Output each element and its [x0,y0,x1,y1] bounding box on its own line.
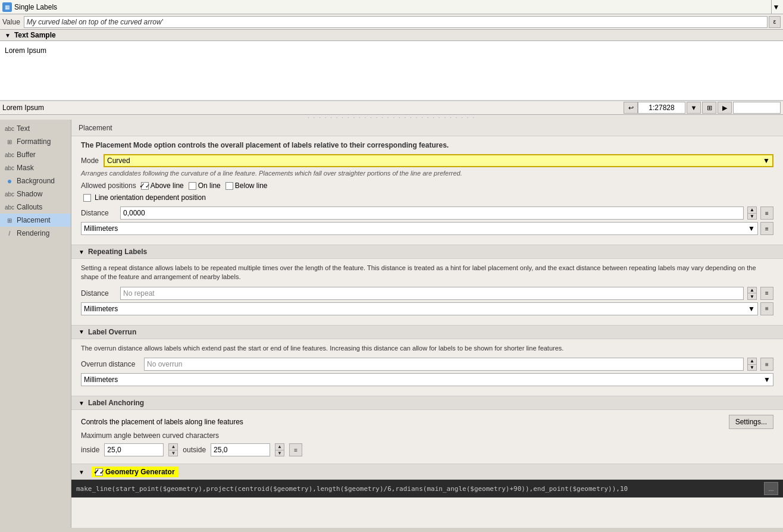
scale-dropdown-btn[interactable]: ▼ [687,102,701,114]
sidebar-item-mask[interactable]: abc Mask [0,161,71,174]
repeat-distance-expr-button[interactable]: ≡ [760,287,773,300]
outside-spin-down[interactable]: ▼ [275,450,284,456]
zoom-input[interactable] [733,102,781,114]
mode-dropdown-icon: ▼ [763,157,770,165]
outside-angle-spinner[interactable]: ▲ ▼ [275,443,284,456]
geometry-generator-edit-button[interactable]: ... [764,482,778,495]
repeat-distance-row: Distance ▲ ▼ ≡ [81,287,773,300]
mode-value: Curved [107,157,130,165]
placement-body: The Placement Mode option controls the o… [71,136,783,245]
below-line-checkbox[interactable] [225,182,233,190]
sidebar-item-background[interactable]: ● Background [0,174,71,187]
sidebar-label-rendering: Rendering [17,229,49,237]
inside-angle-spinner[interactable]: ▲ ▼ [168,443,178,456]
epsilon-button[interactable]: ε [769,16,781,28]
sidebar-item-rendering[interactable]: / Rendering [0,227,71,240]
sidebar-item-shadow[interactable]: abc Shadow [0,187,71,201]
distance-input[interactable] [120,206,744,220]
on-line-checkbox[interactable] [189,182,196,190]
sidebar-label-mask: Mask [17,164,34,172]
text-sample-area: Lorem Ipsum [0,41,783,101]
geometry-generator-label[interactable]: ✓ Geometry Generator [92,467,178,477]
formatting-icon: ⊞ [5,137,14,146]
inside-spin-up[interactable]: ▲ [169,444,177,450]
distance-expr-button[interactable]: ≡ [760,206,773,220]
below-line-checkbox-item[interactable]: Below line [225,181,268,190]
label-overrun-section-header[interactable]: ▼ Label Overrun [71,325,783,339]
rendering-icon: / [5,229,14,238]
sidebar-item-formatting[interactable]: ⊞ Formatting [0,135,71,148]
overrun-unit-value: Millimeters [84,375,118,384]
distance-unit-expr-button[interactable]: ≡ [760,222,773,235]
text-sample-section-header: ▼ Text Sample [0,30,783,41]
outside-spin-up[interactable]: ▲ [275,444,284,450]
repeating-labels-description: Setting a repeat distance allows labels … [81,264,773,282]
below-line-label: Below line [235,181,268,190]
repeat-distance-input[interactable] [120,287,744,300]
single-labels-icon: ▦ [2,2,12,12]
distance-row: Distance ▲ ▼ ≡ [81,206,773,220]
overrun-expr-button[interactable]: ≡ [760,358,773,371]
spin-up-icon[interactable]: ▲ [748,207,756,214]
geom-collapse-arrow[interactable]: ▼ [79,469,84,475]
overrun-spinner[interactable]: ▲ ▼ [747,358,757,371]
inside-angle-input[interactable] [104,443,164,456]
value-input[interactable] [24,16,768,28]
mode-select[interactable]: Curved ▼ [104,154,773,167]
above-line-label: Above line [151,181,184,190]
outside-angle-input[interactable] [211,443,270,456]
label-anchoring-section-header[interactable]: ▼ Label Anchoring [71,396,783,410]
repeating-labels-body: Setting a repeat distance allows labels … [71,259,783,325]
repeat-unit-icon: ▼ [748,305,755,313]
distance-unit-select[interactable]: Millimeters ▼ [81,222,758,235]
above-line-checkbox-item[interactable]: ✓ Above line [141,181,184,190]
nav-button[interactable]: ▶ [718,102,732,114]
top-bar-dropdown-arrow[interactable]: ▼ [771,0,781,14]
content-area: Placement The Placement Mode option cont… [71,120,783,528]
settings-button[interactable]: ⊞ [702,102,716,114]
inside-spin-down[interactable]: ▼ [169,450,177,456]
repeat-distance-spinner[interactable]: ▲ ▼ [747,287,757,300]
geometry-generator-title: Geometry Generator [105,468,175,476]
anchoring-settings-button[interactable]: Settings... [729,415,773,429]
sidebar: abc Text ⊞ Formatting abc Buffer abc Mas… [0,120,71,528]
sidebar-label-placement: Placement [17,216,51,224]
repeat-spin-up[interactable]: ▲ [748,287,756,294]
spin-down-icon[interactable]: ▼ [748,214,756,220]
angle-header-label: Maximum angle between curved characters [81,431,773,440]
distance-spinner[interactable]: ▲ ▼ [747,206,757,220]
buffer-icon: abc [5,150,14,159]
repeat-unit-select[interactable]: Millimeters ▼ [81,302,758,315]
repeat-unit-row: Millimeters ▼ ≡ [81,302,773,315]
overrun-spin-down[interactable]: ▼ [748,365,756,371]
undo-button[interactable]: ↩ [624,102,638,114]
above-line-checkbox[interactable]: ✓ [141,182,149,190]
overrun-distance-input[interactable] [144,358,744,371]
lorem-ipsum-text: Lorem Ipsum [5,46,46,55]
repeating-labels-section-header[interactable]: ▼ Repeating Labels [71,245,783,259]
orientation-checkbox[interactable] [83,194,91,202]
overrun-unit-select[interactable]: Millimeters ▼ [81,373,773,386]
outside-angle-expr-button[interactable]: ≡ [289,443,302,456]
sidebar-item-placement[interactable]: ⊞ Placement [0,214,71,227]
distance-unit-value: Millimeters [84,224,118,233]
label-anchoring-title: Label Anchoring [88,399,144,407]
allowed-label: Allowed positions [81,181,136,190]
repeat-spin-down[interactable]: ▼ [748,293,756,299]
repeat-unit-expr-button[interactable]: ≡ [760,302,773,315]
mask-icon: abc [5,163,14,173]
overrun-spin-up[interactable]: ▲ [748,358,756,365]
repeat-distance-label: Distance [81,289,117,298]
text-icon: abc [5,124,14,133]
sidebar-item-buffer[interactable]: abc Buffer [0,148,71,161]
geometry-generator-code[interactable]: make_line(start_point($geometry),project… [76,485,762,493]
collapse-arrow-icon[interactable]: ▼ [5,32,11,39]
mode-label: Mode [81,157,99,165]
geometry-generator-checkbox[interactable]: ✓ [95,468,103,476]
sidebar-label-text: Text [17,124,30,133]
sidebar-item-text[interactable]: abc Text [0,122,71,135]
overrun-unit-icon: ▼ [763,375,771,384]
on-line-checkbox-item[interactable]: On line [189,181,221,190]
sidebar-label-callouts: Callouts [17,203,42,211]
sidebar-item-callouts[interactable]: abc Callouts [0,201,71,214]
